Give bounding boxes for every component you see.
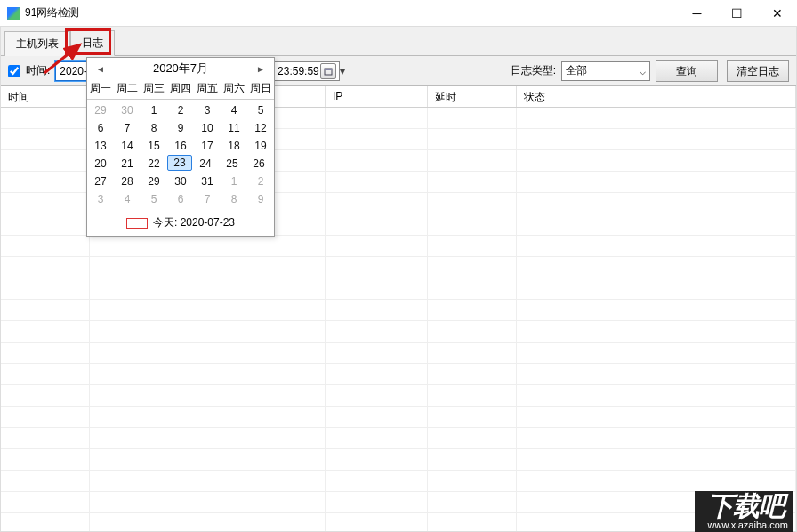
tab-host-list[interactable]: 主机列表 (4, 31, 70, 56)
datepicker-day[interactable]: 8 (221, 190, 247, 208)
dow-cell: 周一 (87, 79, 114, 97)
datepicker-day[interactable]: 15 (141, 137, 167, 155)
datepicker-day[interactable]: 31 (194, 173, 221, 190)
datepicker-day[interactable]: 6 (87, 119, 114, 137)
end-datetime-dropdown[interactable]: ▾ (338, 65, 347, 77)
datepicker-day[interactable]: 7 (114, 119, 141, 137)
datepicker-day[interactable]: 19 (247, 137, 274, 155)
minimize-button[interactable]: ─ (677, 0, 717, 27)
datepicker-week: 20212223242526 (87, 155, 274, 173)
datepicker-day[interactable]: 10 (194, 119, 221, 137)
time-label: 时间: (26, 63, 50, 78)
datepicker-day[interactable]: 22 (141, 155, 167, 173)
datepicker-day[interactable]: 9 (247, 190, 274, 208)
close-button[interactable]: ✕ (757, 0, 797, 27)
dow-cell: 周二 (114, 79, 141, 97)
today-indicator-icon (126, 218, 148, 229)
table-row (1, 321, 796, 343)
datepicker-day[interactable]: 6 (167, 190, 194, 208)
datepicker-day[interactable]: 27 (87, 173, 114, 190)
datepicker-day[interactable]: 5 (141, 190, 167, 208)
datepicker-day[interactable]: 13 (87, 137, 114, 155)
datepicker-day[interactable]: 29 (87, 101, 114, 119)
log-type-value: 全部 (566, 63, 587, 78)
datepicker-prev-month[interactable]: ◄ (93, 64, 109, 74)
datepicker-day[interactable]: 4 (221, 101, 247, 119)
time-checkbox[interactable] (8, 65, 20, 77)
datepicker-day[interactable]: 11 (221, 119, 247, 137)
table-row (1, 257, 796, 278)
datepicker-day[interactable]: 20 (87, 155, 114, 173)
datepicker-week: 3456789 (87, 190, 274, 208)
watermark: 下载吧 www.xiazaiba.com (695, 491, 793, 532)
datepicker-day[interactable]: 3 (194, 101, 221, 119)
datepicker-today-label: 今天: 2020-07-23 (153, 215, 235, 230)
table-row (1, 513, 796, 531)
datepicker-day[interactable]: 18 (221, 137, 247, 155)
datepicker-today-link[interactable]: 今天: 2020-07-23 (87, 212, 274, 236)
col-delay[interactable]: 延时 (428, 86, 517, 107)
tab-log[interactable]: 日志 (70, 30, 115, 56)
datepicker-day[interactable]: 26 (246, 155, 272, 173)
table-row (1, 428, 796, 449)
datepicker-day[interactable]: 29 (141, 173, 167, 190)
datepicker-dow-row: 周一周二周三周四周五周六周日 (87, 79, 274, 100)
col-status[interactable]: 状态 (517, 86, 796, 107)
table-row (1, 300, 796, 321)
end-datetime-calendar-button[interactable] (320, 63, 336, 79)
window-title: 91网络检测 (25, 5, 79, 20)
datepicker-cells: 2930123456789101112131415161718192021222… (87, 101, 274, 212)
titlebar: 91网络检测 ─ ☐ ✕ (0, 0, 797, 27)
datepicker-day[interactable]: 2 (247, 173, 274, 190)
clear-log-button[interactable]: 清空日志 (727, 60, 789, 82)
col-ip[interactable]: IP (326, 86, 428, 107)
dow-cell: 周日 (247, 79, 274, 97)
datepicker-day[interactable]: 21 (114, 155, 141, 173)
chevron-down-icon: ⌵ (640, 65, 646, 77)
datepicker-day[interactable]: 16 (167, 137, 194, 155)
dow-cell: 周五 (194, 79, 221, 97)
datepicker-day[interactable]: 7 (194, 190, 221, 208)
tab-bar: 主机列表 日志 (1, 27, 796, 55)
datepicker-day[interactable]: 23 (167, 155, 192, 171)
calendar-icon (324, 67, 333, 76)
datepicker-day[interactable]: 8 (141, 119, 167, 137)
dow-cell: 周三 (141, 79, 167, 97)
datepicker-day[interactable]: 2 (167, 101, 194, 119)
log-type-label: 日志类型: (511, 63, 556, 78)
datepicker-day[interactable]: 1 (141, 101, 167, 119)
datepicker-day[interactable]: 28 (114, 173, 141, 190)
watermark-brand: 下载吧 (695, 491, 793, 520)
datepicker-day[interactable]: 9 (167, 119, 194, 137)
datepicker-popup: ◄ 2020年7月 ► 周一周二周三周四周五周六周日 2930123456789… (86, 57, 275, 237)
log-type-select[interactable]: 全部 ⌵ (561, 61, 650, 81)
datepicker-day[interactable]: 5 (247, 101, 274, 119)
dow-cell: 周四 (167, 79, 194, 97)
col-time[interactable]: 时间 (1, 86, 90, 107)
datepicker-day[interactable]: 30 (167, 173, 194, 190)
datepicker-day[interactable]: 4 (114, 190, 141, 208)
datepicker-day[interactable]: 12 (247, 119, 274, 137)
datepicker-week: 13141516171819 (87, 137, 274, 155)
maximize-button[interactable]: ☐ (717, 0, 757, 27)
dow-cell: 周六 (221, 79, 247, 97)
table-row (1, 236, 796, 257)
datepicker-day[interactable]: 14 (114, 137, 141, 155)
datepicker-day[interactable]: 30 (114, 101, 141, 119)
app-icon (7, 7, 20, 20)
datepicker-day[interactable]: 1 (221, 173, 247, 190)
datepicker-week: 293012345 (87, 101, 274, 119)
query-button[interactable]: 查询 (656, 60, 718, 82)
datepicker-day[interactable]: 25 (219, 155, 246, 173)
datepicker-day[interactable]: 3 (87, 190, 114, 208)
datepicker-week: 272829303112 (87, 173, 274, 190)
datepicker-week: 6789101112 (87, 119, 274, 137)
datepicker-day[interactable]: 24 (192, 155, 219, 173)
datepicker-day[interactable]: 17 (194, 137, 221, 155)
table-row (1, 343, 796, 364)
svg-rect-3 (325, 69, 332, 70)
datepicker-month-label[interactable]: 2020年7月 (153, 60, 208, 77)
datepicker-next-month[interactable]: ► (253, 64, 269, 74)
table-row (1, 449, 796, 471)
table-row (1, 407, 796, 428)
